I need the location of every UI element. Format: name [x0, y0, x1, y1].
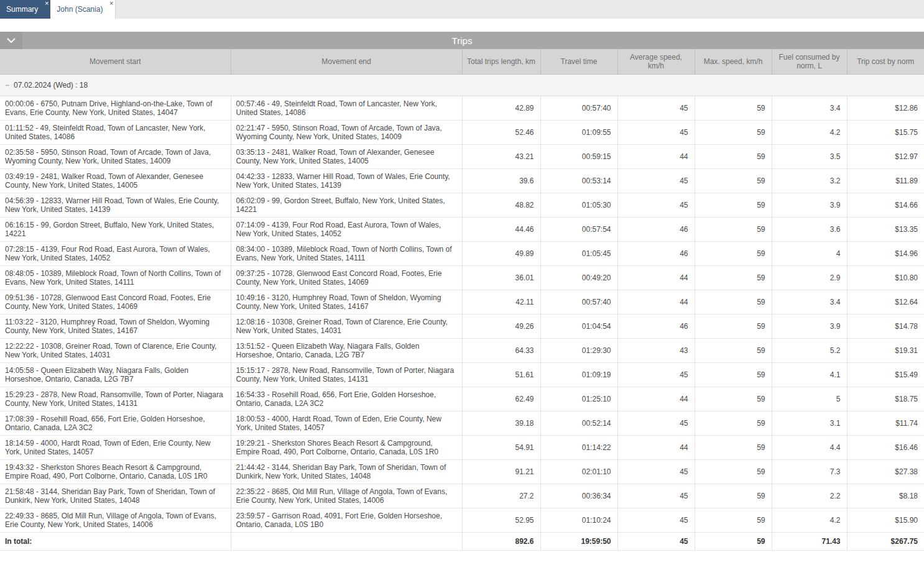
travel-time-cell: 00:36:34 — [540, 484, 617, 508]
table-row[interactable]: 06:16:15 - 99, Gordon Street, Buffalo, N… — [0, 217, 924, 241]
movement-start-cell: 06:16:15 - 99, Gordon Street, Buffalo, N… — [0, 217, 231, 241]
movement-start-cell: 19:43:32 - Sherkston Shores Beach Resort… — [0, 459, 231, 484]
travel-time-cell: 01:09:55 — [540, 120, 617, 144]
avg-speed-cell: 45 — [617, 168, 695, 193]
max-speed-cell: 59 — [695, 217, 772, 241]
column-header-travel-time: Travel time — [540, 49, 617, 74]
movement-end-cell: 08:34:00 - 10389, Mileblock Road, Town o… — [231, 241, 462, 265]
avg-speed-cell: 45 — [617, 193, 695, 217]
max-speed-cell: 59 — [695, 459, 772, 484]
total-empty-cell — [231, 532, 462, 550]
movement-end-cell: 13:51:52 - Queen Elizabeth Way, Niagara … — [231, 338, 462, 362]
movement-end-cell: 22:35:22 - 8685, Old Mill Run, Village o… — [231, 484, 462, 508]
table-row[interactable]: 07:28:15 - 4139, Four Rod Road, East Aur… — [0, 241, 924, 265]
table-row[interactable]: 03:49:19 - 2481, Walker Road, Town of Al… — [0, 168, 924, 193]
table-row[interactable]: 11:03:22 - 3120, Humphrey Road, Town of … — [0, 314, 924, 338]
trip-cost-cell: $18.75 — [847, 387, 924, 411]
fuel-cell: 4 — [772, 241, 847, 265]
max-speed-cell: 59 — [695, 411, 772, 435]
group-row-cell: −07.02.2024 (Wed) : 18 — [0, 74, 924, 96]
trip-cost-cell: $10.80 — [847, 265, 924, 290]
movement-end-cell: 10:49:16 - 3120, Humphrey Road, Town of … — [231, 290, 462, 314]
trips-length-cell: 39.6 — [462, 168, 540, 193]
movement-end-cell: 12:08:16 - 10308, Greiner Road, Town of … — [231, 314, 462, 338]
fuel-cell: 4.2 — [772, 508, 847, 532]
table-row[interactable]: 22:49:33 - 8685, Old Mill Run, Village o… — [0, 508, 924, 532]
table-row[interactable]: 08:48:05 - 10389, Mileblock Road, Town o… — [0, 265, 924, 290]
table-row[interactable]: 17:08:39 - Rosehill Road, 656, Fort Erie… — [0, 411, 924, 435]
avg-speed-cell: 44 — [617, 265, 695, 290]
fuel-cell: 3.1 — [772, 411, 847, 435]
max-speed-cell: 59 — [695, 338, 772, 362]
close-icon[interactable]: × — [45, 0, 49, 7]
column-header-trips-length: Total trips length, km — [462, 49, 540, 74]
trip-cost-cell: $19.31 — [847, 338, 924, 362]
max-speed-cell: 59 — [695, 265, 772, 290]
table-row[interactable]: 12:22:22 - 10308, Greiner Road, Town of … — [0, 338, 924, 362]
table-row[interactable]: 01:11:52 - 49, Steinfeldt Road, Town of … — [0, 120, 924, 144]
travel-time-cell: 01:09:19 — [540, 362, 617, 387]
travel-time-cell: 02:01:10 — [540, 459, 617, 484]
tab-summary[interactable]: Summary × — [0, 0, 50, 19]
max-speed-cell: 59 — [695, 387, 772, 411]
travel-time-cell: 01:29:30 — [540, 338, 617, 362]
fuel-cell: 3.5 — [772, 144, 847, 168]
max-speed-cell: 59 — [695, 484, 772, 508]
close-icon[interactable]: × — [109, 0, 113, 7]
avg-speed-cell: 45 — [617, 484, 695, 508]
fuel-cell: 3.9 — [772, 314, 847, 338]
collapse-group-icon[interactable]: − — [5, 81, 9, 90]
table-row[interactable]: 21:58:48 - 3144, Sheridan Bay Park, Town… — [0, 484, 924, 508]
movement-end-cell: 04:42:33 - 12833, Warner Hill Road, Town… — [231, 168, 462, 193]
group-row[interactable]: −07.02.2024 (Wed) : 18 — [0, 74, 924, 96]
table-row[interactable]: 09:51:36 - 10728, Glenwood East Concord … — [0, 290, 924, 314]
fuel-cell: 4.1 — [772, 362, 847, 387]
report-title-bar: Trips — [0, 32, 924, 49]
trips-length-cell: 52.46 — [462, 120, 540, 144]
table-row[interactable]: 19:43:32 - Sherkston Shores Beach Resort… — [0, 459, 924, 484]
trips-length-cell: 62.49 — [462, 387, 540, 411]
avg-speed-cell: 44 — [617, 387, 695, 411]
travel-time-cell: 00:57:54 — [540, 217, 617, 241]
movement-start-cell: 04:56:39 - 12833, Warner Hill Road, Town… — [0, 193, 231, 217]
trip-cost-cell: $8.18 — [847, 484, 924, 508]
travel-time-cell: 01:10:24 — [540, 508, 617, 532]
trip-cost-cell: $12.86 — [847, 96, 924, 120]
travel-time-cell: 00:57:40 — [540, 96, 617, 120]
report-title: Trips — [452, 35, 473, 46]
tab-john-scania[interactable]: John (Scania) × — [50, 0, 116, 19]
travel-time-cell: 00:49:20 — [540, 265, 617, 290]
movement-start-cell: 09:51:36 - 10728, Glenwood East Concord … — [0, 290, 231, 314]
movement-start-cell: 02:35:58 - 5950, Stinson Road, Town of A… — [0, 144, 231, 168]
trip-cost-cell: $27.38 — [847, 459, 924, 484]
avg-speed-cell: 45 — [617, 411, 695, 435]
travel-time-cell: 00:59:15 — [540, 144, 617, 168]
chevron-down-icon[interactable] — [0, 32, 22, 49]
avg-speed-cell: 45 — [617, 362, 695, 387]
travel-time-cell: 01:14:22 — [540, 435, 617, 459]
table-row[interactable]: 18:14:59 - 4000, Hardt Road, Town of Ede… — [0, 435, 924, 459]
trip-cost-cell: $14.66 — [847, 193, 924, 217]
trips-table: Movement start Movement end Total trips … — [0, 49, 924, 551]
column-header-movement-end: Movement end — [231, 49, 462, 74]
table-row[interactable]: 04:56:39 - 12833, Warner Hill Road, Town… — [0, 193, 924, 217]
column-header-fuel-consumed: Fuel consumed by norm, L — [772, 49, 847, 74]
travel-time-cell: 01:05:30 — [540, 193, 617, 217]
tab-bar: Summary × John (Scania) × — [0, 0, 924, 19]
table-row[interactable]: 00:00:06 - 6750, Putnam Drive, Highland-… — [0, 96, 924, 120]
trip-cost-cell: $14.96 — [847, 241, 924, 265]
trip-cost-cell: $16.46 — [847, 435, 924, 459]
total-trips-length: 892.6 — [462, 532, 540, 550]
trip-cost-cell: $13.35 — [847, 217, 924, 241]
table-row[interactable]: 02:35:58 - 5950, Stinson Road, Town of A… — [0, 144, 924, 168]
fuel-cell: 3.4 — [772, 290, 847, 314]
table-row[interactable]: 14:05:58 - Queen Elizabeth Way, Niagara … — [0, 362, 924, 387]
movement-start-cell: 17:08:39 - Rosehill Road, 656, Fort Erie… — [0, 411, 231, 435]
trip-cost-cell: $12.64 — [847, 290, 924, 314]
movement-start-cell: 00:00:06 - 6750, Putnam Drive, Highland-… — [0, 96, 231, 120]
movement-start-cell: 22:49:33 - 8685, Old Mill Run, Village o… — [0, 508, 231, 532]
trips-length-cell: 51.61 — [462, 362, 540, 387]
avg-speed-cell: 44 — [617, 435, 695, 459]
table-row[interactable]: 15:29:23 - 2878, New Road, Ransomville, … — [0, 387, 924, 411]
avg-speed-cell: 45 — [617, 459, 695, 484]
